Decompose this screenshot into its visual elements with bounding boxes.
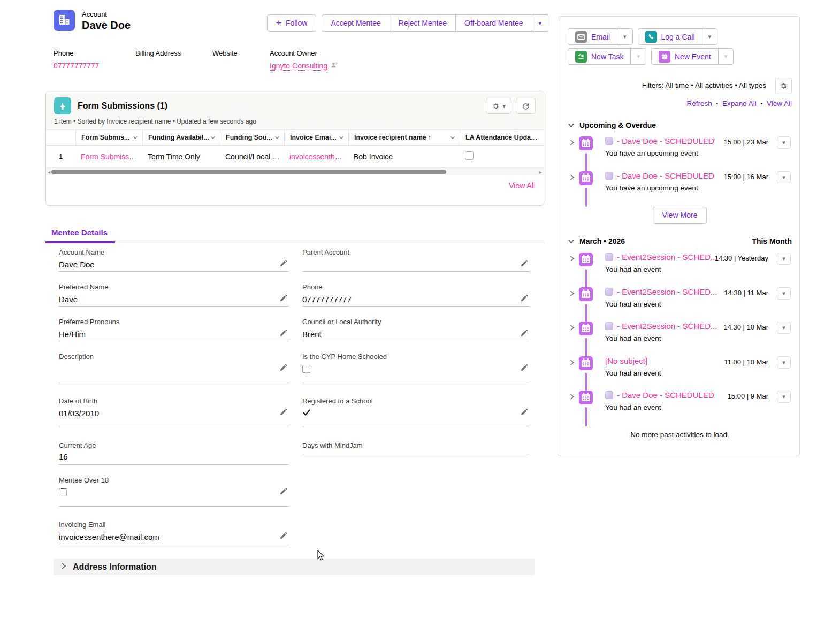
event-link[interactable]: - Event2Session - SCHED...	[617, 322, 717, 331]
checkbox-unchecked[interactable]	[59, 488, 67, 496]
upcoming-overdue-header[interactable]: Upcoming & Overdue	[568, 121, 792, 129]
related-list-view-all-link[interactable]: View All	[509, 181, 535, 190]
expand-chevron-icon[interactable]	[568, 358, 576, 369]
event-link[interactable]: - Dave Doe - SCHEDULED	[617, 391, 714, 400]
change-owner-icon[interactable]	[331, 61, 338, 71]
event-actions-dropdown[interactable]: ▾	[777, 322, 791, 334]
expand-chevron-icon[interactable]	[568, 323, 576, 334]
event-actions-dropdown[interactable]: ▾	[777, 287, 791, 300]
new-task-button-group: New Task ▾	[568, 48, 646, 65]
edit-pencil-icon[interactable]	[518, 408, 530, 419]
phone-link[interactable]: 07777777777	[54, 62, 100, 70]
event-actions-dropdown[interactable]: ▾	[777, 356, 791, 369]
new-task-dropdown[interactable]: ▾	[630, 49, 646, 64]
accept-mentee-button[interactable]: Accept Mentee	[322, 14, 389, 32]
field-label: Days with MindJam	[302, 440, 530, 449]
column-invoice-email[interactable]: Invoice Emai...	[284, 130, 348, 145]
event-doc-icon	[605, 137, 613, 145]
event-desc: You have an upcoming event	[605, 184, 792, 192]
scroll-left-icon[interactable]: ◂	[48, 168, 50, 176]
tab-mentee-details[interactable]: Mentee Details	[45, 224, 115, 243]
event-desc: You have an upcoming event	[605, 149, 792, 157]
list-settings-button[interactable]: ▾	[486, 98, 511, 114]
event-link[interactable]: [No subject]	[605, 356, 647, 365]
view-all-link[interactable]: View All	[767, 100, 792, 108]
reject-mentee-button[interactable]: Reject Mentee	[390, 14, 455, 32]
horizontal-scrollbar[interactable]: ◂ ▸	[46, 167, 544, 175]
event-actions-dropdown[interactable]: ▾	[777, 391, 791, 403]
column-funding-availability[interactable]: Funding Availabil...	[142, 130, 220, 145]
month-section-header[interactable]: March • 2026 This Month	[568, 237, 792, 246]
edit-pencil-icon[interactable]	[277, 487, 289, 498]
field-current-age: Current Age 16	[59, 440, 289, 465]
expand-all-link[interactable]: Expand All	[722, 100, 757, 108]
phone-link[interactable]: 07777777777	[302, 295, 352, 304]
chevron-down-icon	[274, 135, 280, 140]
edit-pencil-icon[interactable]	[277, 363, 289, 374]
field-parent-account: Parent Account	[302, 247, 530, 272]
chevron-down-icon: ▾	[637, 53, 640, 59]
event-link[interactable]: - Event2Session - SCHED...	[617, 287, 717, 296]
field-description: Description	[59, 351, 289, 383]
more-actions-dropdown[interactable]: ▾	[532, 14, 549, 32]
invoicing-email-link[interactable]: invoicessenthere@mail.com	[59, 532, 159, 542]
invoice-email-link[interactable]: invoicessenther...	[289, 152, 347, 161]
column-la-attendance-update[interactable]: LA Attendance Update...	[460, 130, 544, 145]
event-link[interactable]: - Dave Doe - SCHEDULED	[617, 136, 714, 146]
edit-pencil-icon[interactable]	[277, 328, 289, 340]
event-link[interactable]: - Event2Session - SCHED...	[617, 253, 717, 262]
event-actions-dropdown[interactable]: ▾	[777, 171, 791, 183]
mouse-cursor	[317, 550, 325, 563]
section-title: Address Information	[73, 562, 156, 572]
expand-chevron-icon[interactable]	[568, 138, 576, 149]
scroll-right-icon[interactable]: ▸	[539, 168, 542, 176]
column-funding-source[interactable]: Funding Sou...	[220, 130, 284, 145]
edit-pencil-icon[interactable]	[277, 408, 289, 419]
expand-chevron-icon[interactable]	[568, 392, 576, 403]
edit-pencil-icon[interactable]	[277, 259, 289, 270]
expand-chevron-icon[interactable]	[568, 254, 576, 265]
form-submission-link[interactable]: Form Submissio...	[81, 152, 141, 161]
new-task-button[interactable]: New Task	[568, 49, 630, 64]
offboard-mentee-button[interactable]: Off-board Mentee	[455, 14, 531, 32]
activity-filters-text[interactable]: Filters: All time • All activities • All…	[642, 81, 766, 89]
event-actions-dropdown[interactable]: ▾	[777, 136, 791, 149]
email-button[interactable]: Email	[568, 29, 617, 44]
log-a-call-button[interactable]: Log a Call	[638, 29, 702, 44]
new-event-button[interactable]: New Event	[652, 49, 718, 64]
edit-pencil-icon[interactable]	[518, 259, 530, 270]
field-label: Is the CYP Home Schooled	[302, 351, 530, 361]
cell-invoice-recipient: Bob Invoice	[348, 152, 460, 161]
activity-settings-button[interactable]	[775, 78, 792, 94]
column-invoice-recipient-name[interactable]: Invoice recipient name↑	[348, 130, 460, 145]
field-council-local-authority: Council or Local Authority Brent	[302, 317, 530, 341]
refresh-list-button[interactable]	[516, 98, 536, 114]
chevron-down-icon: ▾	[782, 394, 785, 400]
related-list-title[interactable]: Form Submissions (1)	[78, 101, 479, 111]
event-link[interactable]: - Dave Doe - SCHEDULED	[617, 171, 714, 180]
chevron-down-icon: ▾	[539, 20, 542, 26]
scrollbar-thumb[interactable]	[51, 170, 446, 174]
expand-chevron-icon[interactable]	[568, 173, 576, 183]
view-more-button[interactable]: View More	[653, 207, 707, 224]
checkbox-unchecked[interactable]	[302, 365, 310, 373]
edit-pencil-icon[interactable]	[518, 363, 530, 374]
log-call-dropdown[interactable]: ▾	[702, 29, 717, 44]
email-label: Email	[591, 33, 610, 41]
follow-button[interactable]: + Follow	[267, 14, 316, 32]
account-owner-link[interactable]: Ignyto Consulting	[270, 62, 327, 71]
event-actions-dropdown[interactable]: ▾	[777, 253, 791, 265]
la-attendance-checkbox[interactable]	[465, 151, 474, 160]
email-dropdown[interactable]: ▾	[617, 29, 632, 44]
refresh-link[interactable]: Refresh	[687, 100, 712, 108]
edit-pencil-icon[interactable]	[277, 294, 289, 305]
expand-chevron-icon[interactable]	[568, 289, 576, 300]
edit-pencil-icon[interactable]	[518, 328, 530, 340]
field-label: Mentee Over 18	[59, 475, 289, 484]
chevron-down-icon	[450, 135, 455, 140]
edit-pencil-icon[interactable]	[277, 531, 289, 542]
section-address-information[interactable]: Address Information	[54, 559, 535, 575]
new-event-dropdown[interactable]: ▾	[718, 49, 734, 64]
edit-pencil-icon[interactable]	[518, 294, 530, 305]
column-form-submission[interactable]: Form Submis...	[75, 130, 142, 145]
